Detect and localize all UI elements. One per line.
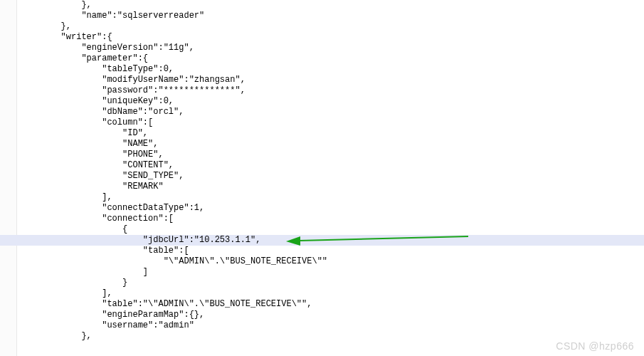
code-line: "column":[ [17,117,644,128]
code-line: "engineParamMap":{}, [17,310,644,320]
code-line: "CONTENT", [17,160,644,171]
code-line: ], [17,192,644,203]
code-line: "name":"sqlserverreader" [17,11,644,21]
code-editor: }, "name":"sqlserverreader" }, "writer":… [0,0,644,356]
code-line: "connectDataType":1, [17,203,644,214]
code-line: "connection":[ [17,214,644,224]
code-line: "NAME", [17,139,644,150]
code-line: "PHONE", [17,150,644,160]
code-line: }, [17,21,644,32]
code-line: ], [17,288,644,299]
code-line: "jdbcUrl":"10.253.1.1", [17,235,644,246]
code-line: }, [17,331,644,342]
code-line: "password":"**************", [17,85,644,96]
code-line: "parameter":{ [17,53,644,64]
code-area: }, "name":"sqlserverreader" }, "writer":… [17,0,644,342]
code-line: "tableType":0, [17,64,644,75]
line-gutter [0,0,17,356]
code-line: "dbName":"orcl", [17,107,644,117]
code-line: "table":"\"ADMIN\".\"BUS_NOTE_RECEIVE\""… [17,299,644,310]
code-line: "REMARK" [17,182,644,192]
code-line: "username":"admin" [17,320,644,331]
code-line: "modifyUserName":"zhangsan", [17,75,644,85]
code-line: ] [17,267,644,278]
code-line: "engineVersion":"11g", [17,43,644,53]
code-line: "uniqueKey":0, [17,96,644,107]
code-line: "\"ADMIN\".\"BUS_NOTE_RECEIVE\"" [17,256,644,267]
code-line: "ID", [17,128,644,139]
code-line: "writer":{ [17,32,644,43]
code-line: }, [17,0,644,11]
code-line: { [17,224,644,235]
code-line: "table":[ [17,246,644,256]
code-line: } [17,278,644,288]
code-line: "SEND_TYPE", [17,171,644,182]
code-lines: }, "name":"sqlserverreader" }, "writer":… [17,0,644,342]
watermark-text: CSDN @hzp666 [556,341,634,352]
